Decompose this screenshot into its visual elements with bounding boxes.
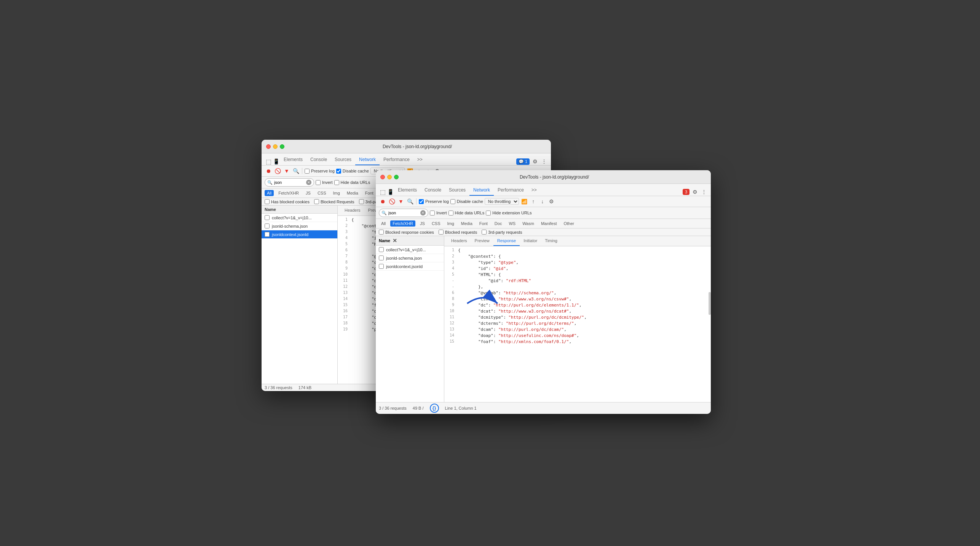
tab-sources-back[interactable]: Sources xyxy=(331,155,355,165)
zoom-button-back[interactable] xyxy=(280,144,284,149)
has-blocked-cookies-check[interactable]: Has blocked cookies xyxy=(265,199,310,204)
disable-cache-check-front[interactable]: Disable cache xyxy=(450,199,483,204)
filter-css-back[interactable]: CSS xyxy=(315,190,329,196)
record-button-back[interactable]: ⏺ xyxy=(265,167,272,175)
filter-xhr-front[interactable]: Fetch/XHR xyxy=(390,220,415,227)
tab-console-back[interactable]: Console xyxy=(306,155,331,165)
tab-network-back[interactable]: Network xyxy=(355,155,380,165)
settings-icon-front[interactable]: ⚙ xyxy=(691,188,699,196)
settings2-icon-front[interactable]: ⚙ xyxy=(548,198,555,205)
upload-icon-front[interactable]: ↑ xyxy=(530,198,537,205)
panel-tab-initiator-front[interactable]: Initiator xyxy=(520,236,541,246)
tabbar-icons-front: 3 ⚙ ⋮ xyxy=(683,188,708,196)
minimize-button-front[interactable] xyxy=(387,175,392,179)
tab-network-front[interactable]: Network xyxy=(469,185,494,196)
file-list-header-back: Name xyxy=(262,206,337,214)
f-line-8: 8 "csvw": "http://www.w3.org/ns/csvw#", xyxy=(444,297,711,303)
panel-tab-preview-front[interactable]: Preview xyxy=(471,236,493,246)
more-icon-front[interactable]: ⋮ xyxy=(700,188,708,196)
file-item-1-front[interactable]: collect?v=1&_v=j10... xyxy=(376,246,444,254)
third-party-check-front[interactable]: 3rd-party requests xyxy=(482,230,522,235)
file-item-2-back[interactable]: jsonld-schema.json xyxy=(262,222,337,230)
filter-doc-front[interactable]: Doc xyxy=(492,220,504,227)
device-icon[interactable]: 📱 xyxy=(272,158,280,165)
clear-button-front[interactable]: 🚫 xyxy=(388,198,396,205)
tab-console-front[interactable]: Console xyxy=(421,185,445,196)
throttle-select-front[interactable]: No throttling xyxy=(485,198,519,205)
minimize-button-back[interactable] xyxy=(273,144,278,149)
filter-js-front[interactable]: JS xyxy=(418,220,427,227)
filter-css-front[interactable]: CSS xyxy=(429,220,443,227)
filter-img-back[interactable]: Img xyxy=(331,190,342,196)
zoom-button-front[interactable] xyxy=(394,175,399,179)
clear-button-back[interactable]: 🚫 xyxy=(274,167,281,175)
filter-wasm-front[interactable]: Wasm xyxy=(520,220,536,227)
close-button-back[interactable] xyxy=(266,144,271,149)
filter-font-front[interactable]: Font xyxy=(477,220,490,227)
panel-tab-timing-front[interactable]: Timing xyxy=(541,236,561,246)
tab-performance-front[interactable]: Performance xyxy=(494,185,528,196)
preserve-log-check-back[interactable]: Preserve log xyxy=(305,169,335,174)
filter-all-front[interactable]: All xyxy=(379,220,388,227)
tab-elements-front[interactable]: Elements xyxy=(394,185,421,196)
blocked-requests-check[interactable]: Blocked Requests xyxy=(314,199,354,204)
filter-media-back[interactable]: Media xyxy=(345,190,361,196)
inspect-icon[interactable]: ⬚ xyxy=(265,158,272,165)
search-input-front[interactable] xyxy=(388,211,419,215)
device-icon-front[interactable]: 📱 xyxy=(386,188,394,196)
f-line-5b: - }, xyxy=(444,284,711,291)
filter-button-front[interactable]: ▼ xyxy=(397,198,405,205)
search-box-back[interactable]: 🔍 ✕ xyxy=(265,178,314,187)
tab-more-back[interactable]: >> xyxy=(413,155,426,165)
hide-data-check-front[interactable]: Hide data URLs xyxy=(449,211,485,216)
filter-ws-front[interactable]: WS xyxy=(506,220,518,227)
close-panel-icon[interactable]: ✕ xyxy=(392,238,398,244)
filter-manifest-front[interactable]: Manifest xyxy=(539,220,559,227)
hide-ext-check-front[interactable]: Hide extension URLs xyxy=(486,211,531,216)
filter-img-front[interactable]: Img xyxy=(445,220,456,227)
search-clear-back[interactable]: ✕ xyxy=(306,180,311,185)
search-row-front: 🔍 ✕ Invert Hide data URLs Hide extension… xyxy=(376,207,711,219)
tab-more-front[interactable]: >> xyxy=(528,185,541,196)
search-toggle-front[interactable]: 🔍 xyxy=(406,198,414,205)
more-icon-back[interactable]: ⋮ xyxy=(540,158,548,165)
f-line-5: 5 "HTML": { xyxy=(444,272,711,278)
search-box-front[interactable]: 🔍 ✕ xyxy=(379,209,428,217)
titlebar-back: DevTools - json-ld.org/playground/ xyxy=(262,140,551,153)
filter-js-back[interactable]: JS xyxy=(303,190,313,196)
record-button-front[interactable]: ⏺ xyxy=(379,198,386,205)
invert-check-front[interactable]: Invert xyxy=(430,211,447,216)
close-button-front[interactable] xyxy=(380,175,385,179)
inspect-icon-front[interactable]: ⬚ xyxy=(379,188,386,196)
filter-media-front[interactable]: Media xyxy=(459,220,475,227)
filter-all-back[interactable]: All xyxy=(265,190,274,196)
blocked-requests-check-front[interactable]: Blocked requests xyxy=(439,230,477,235)
search-clear-front[interactable]: ✕ xyxy=(420,210,426,216)
panel-tab-response-front[interactable]: Response xyxy=(493,236,520,246)
f-line-4: 4 "id": "@id", xyxy=(444,266,711,272)
search-input-back[interactable] xyxy=(274,180,305,185)
tab-performance-back[interactable]: Performance xyxy=(380,155,413,165)
panel-tab-headers-back[interactable]: Headers xyxy=(341,206,364,216)
blocked-response-check[interactable]: Blocked response cookies xyxy=(379,230,434,235)
filter-xhr-back[interactable]: Fetch/XHR xyxy=(276,190,301,196)
file-item-2-front[interactable]: jsonld-schema.json xyxy=(376,254,444,262)
settings-icon-back[interactable]: ⚙ xyxy=(531,158,539,165)
download-icon-front[interactable]: ↓ xyxy=(539,198,546,205)
filter-button-back[interactable]: ▼ xyxy=(283,167,290,175)
format-badge[interactable]: {} xyxy=(430,404,439,413)
search-toggle-back[interactable]: 🔍 xyxy=(292,167,300,175)
file-item-3-front[interactable]: jsonldcontext.jsonld xyxy=(376,262,444,271)
preserve-log-check-front[interactable]: Preserve log xyxy=(419,199,449,204)
file-item-3-back[interactable]: jsonldcontext.jsonld xyxy=(262,230,337,239)
disable-cache-check-back[interactable]: Disable cache xyxy=(336,169,369,174)
filter-other-front[interactable]: Other xyxy=(561,220,576,227)
invert-check-back[interactable]: Invert xyxy=(316,180,333,185)
tab-sources-front[interactable]: Sources xyxy=(445,185,469,196)
tab-elements-back[interactable]: Elements xyxy=(280,155,306,165)
panel-tab-headers-front[interactable]: Headers xyxy=(447,236,471,246)
filter-font-back[interactable]: Font xyxy=(363,190,376,196)
scrollbar-thumb[interactable] xyxy=(709,292,711,315)
file-item-1-back[interactable]: collect?v=1&_v=j10... xyxy=(262,214,337,222)
hide-data-check-back[interactable]: Hide data URLs xyxy=(334,180,370,185)
